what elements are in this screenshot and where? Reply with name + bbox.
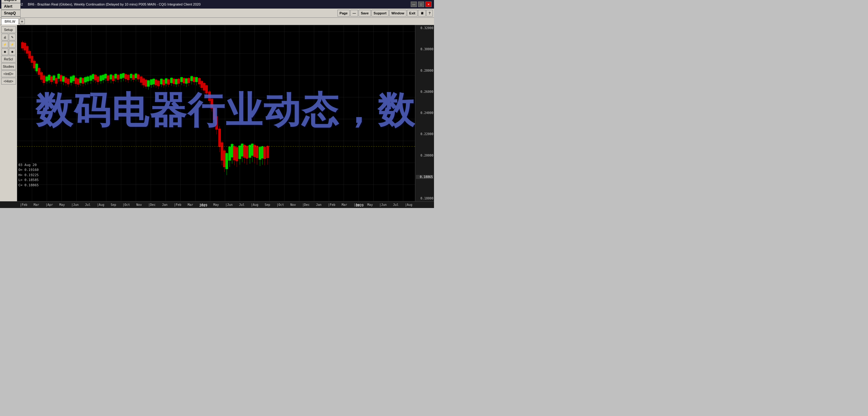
chart-container[interactable]: O= 0.18755 H= 0.18870 L= 0.18585 L= 0.18…: [17, 25, 434, 201]
menu-btn-supsrv[interactable]: SupSrv: [1, 0, 21, 3]
menu-right-btn-support[interactable]: Support: [371, 10, 389, 17]
svg-rect-149: [160, 79, 163, 84]
svg-rect-97: [94, 75, 97, 80]
time-axis: |FebMar|AprMay|JunJul|AugSep|OctNov|DecJ…: [0, 201, 434, 208]
svg-rect-67: [58, 74, 60, 79]
svg-rect-45: [31, 56, 33, 63]
time-label-21: Nov: [286, 203, 300, 206]
time-label-22: |Dec: [300, 203, 312, 206]
main-area: Setup 🖨 ✎ ⚡ ⚡ ✱ ✱ ReScl Studies <IntD> <…: [0, 25, 434, 201]
intd-button[interactable]: <IntD>: [1, 70, 16, 77]
title-bar-controls: — □ ✕: [411, 2, 432, 7]
svg-rect-141: [150, 79, 153, 85]
bottom-close: C= 0.18865: [19, 183, 39, 188]
svg-rect-63: [53, 76, 55, 80]
time-label-23: Jan: [312, 203, 325, 206]
svg-rect-61: [50, 76, 53, 82]
svg-rect-137: [145, 80, 148, 86]
svg-rect-87: [82, 78, 84, 84]
svg-rect-179: [198, 78, 201, 84]
svg-rect-217: [246, 146, 248, 158]
sidebar: Setup 🖨 ✎ ⚡ ⚡ ✱ ✱ ReScl Studies <IntD> <…: [0, 25, 17, 201]
svg-rect-143: [153, 79, 155, 84]
star-icon-1[interactable]: ✱: [2, 49, 8, 55]
menu-right-btn-window[interactable]: Window: [389, 10, 406, 17]
svg-rect-125: [130, 74, 132, 78]
menu-right-btn-page[interactable]: Page: [337, 10, 350, 17]
bottom-date: 03 Aug 20: [19, 163, 39, 168]
svg-rect-203: [229, 147, 231, 161]
time-label-0: |Feb: [17, 203, 30, 206]
svg-rect-207: [233, 147, 236, 160]
svg-rect-93: [90, 76, 92, 81]
edit-icon[interactable]: ✎: [9, 34, 16, 40]
svg-rect-167: [183, 78, 185, 83]
bottom-open: O= 0.19160: [19, 167, 39, 173]
svg-rect-123: [127, 75, 129, 80]
svg-rect-175: [193, 77, 195, 82]
svg-rect-83: [77, 79, 80, 85]
setup-button[interactable]: Setup: [1, 26, 16, 33]
tab-add-button[interactable]: +: [19, 19, 25, 24]
rescale-button[interactable]: ReScl: [1, 56, 16, 63]
studies-button[interactable]: Studies: [1, 63, 16, 70]
svg-rect-111: [112, 76, 115, 81]
svg-rect-171: [188, 78, 190, 83]
svg-rect-77: [70, 76, 72, 83]
svg-rect-211: [239, 146, 241, 159]
time-label-25: Mar: [338, 203, 351, 206]
price-tick-4: 0.26000: [416, 90, 433, 93]
bottom-high: H= 0.19225: [19, 173, 39, 178]
svg-rect-225: [256, 146, 258, 158]
chart-svg: [17, 25, 415, 201]
minimize-button[interactable]: —: [411, 2, 417, 7]
lightning-icon-1[interactable]: ⚡: [2, 41, 8, 48]
svg-rect-79: [72, 76, 75, 81]
svg-rect-57: [46, 76, 48, 81]
time-label-16: |Jun: [222, 203, 236, 206]
hist-button[interactable]: <Hist>: [1, 78, 16, 85]
menu-right-btn-[interactable]: —: [350, 10, 358, 17]
price-scale: 0.32000 0.30000 0.28000 0.26000 0.24000 …: [415, 25, 434, 201]
price-tick-2: 0.30000: [416, 47, 433, 51]
menu-right-btn-[interactable]: 🖥: [418, 10, 426, 17]
menu-btn-alert[interactable]: Alert: [1, 3, 21, 10]
svg-rect-69: [60, 75, 62, 81]
svg-rect-129: [135, 74, 137, 78]
star-icon-2[interactable]: ✱: [9, 49, 16, 55]
year-2019: 2019: [199, 203, 208, 207]
svg-rect-81: [75, 78, 77, 84]
svg-rect-227: [259, 147, 261, 159]
sidebar-icon-row-1: 🖨 ✎: [2, 34, 16, 40]
sidebar-icon-row-2: ⚡ ⚡: [2, 41, 16, 48]
svg-rect-147: [157, 81, 160, 86]
svg-rect-37: [22, 42, 24, 48]
close-button[interactable]: ✕: [426, 2, 432, 7]
time-labels: |FebMar|AprMay|JunJul|AugSep|OctNov|DecJ…: [17, 203, 434, 206]
svg-rect-71: [62, 76, 65, 82]
tab-br6w[interactable]: BR6,W: [1, 19, 19, 25]
svg-rect-107: [107, 76, 110, 81]
price-tick-3: 0.28000: [416, 69, 433, 72]
svg-rect-159: [173, 79, 175, 84]
svg-rect-49: [36, 64, 38, 71]
svg-rect-153: [165, 79, 167, 84]
time-label-15: May: [210, 203, 222, 206]
print-icon[interactable]: 🖨: [2, 34, 8, 40]
menu-bar: ChartQuoteT&SStatusMScanSupSrvAlertSnapQ…: [0, 8, 434, 18]
menu-right-btn-save[interactable]: Save: [359, 10, 371, 17]
svg-rect-169: [185, 79, 188, 84]
time-label-12: |Feb: [171, 203, 184, 206]
menu-right-btn-[interactable]: ?: [426, 10, 433, 17]
time-label-13: Mar: [184, 203, 197, 206]
menu-btn-snapq[interactable]: SnapQ: [1, 10, 21, 17]
time-label-1: Mar: [30, 203, 43, 206]
maximize-button[interactable]: □: [418, 2, 424, 7]
menu-buttons-right: Page—SaveSupportWindowExit🖥?: [337, 10, 433, 17]
svg-rect-199: [223, 151, 225, 167]
menu-right-btn-exit[interactable]: Exit: [407, 10, 417, 17]
svg-rect-205: [231, 144, 233, 157]
lightning-icon-2[interactable]: ⚡: [9, 41, 16, 48]
svg-rect-47: [33, 61, 36, 68]
svg-rect-121: [125, 74, 127, 79]
